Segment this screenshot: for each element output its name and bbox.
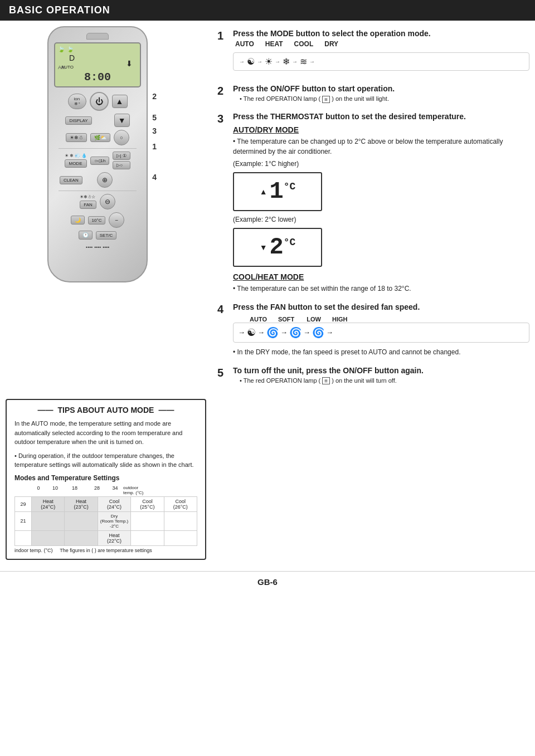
temp-val-1: 1 [270, 178, 284, 205]
temp-display-1-wrapper: ▲ 1°C [260, 178, 296, 205]
fan-arrow-start: → [238, 328, 245, 336]
fan-arrow-3: → [303, 328, 310, 336]
left-column: 🍃 🍃 AUTO D ⬇ AM 8:00 [6, 26, 206, 393]
speaker-dots: ●●●● ●●●● ●●●● [75, 245, 120, 248]
btn-fan[interactable]: FAN [80, 201, 96, 209]
deg-c-2: °C [284, 237, 296, 248]
display-d-label: D [69, 53, 75, 62]
mode-diagram: → ☯ → ☀ → ❄ → ≋ → [233, 52, 529, 71]
btn-sleep[interactable]: 🌙 [71, 216, 85, 225]
btn-timer-on[interactable]: ▷| ① [113, 152, 130, 160]
deg-c-1: °C [284, 181, 296, 192]
step-3: 3 Press the THERMOSTAT button to set the… [217, 112, 529, 294]
indoor-label: indoor temp. (°C) [14, 548, 53, 553]
page-num-text: GB-6 [257, 577, 278, 587]
x-label-28: 28 [86, 485, 108, 495]
btn-thermostat-up[interactable]: ▲ [112, 95, 128, 108]
step-5-content: To turn off the unit, press the ON/OFF b… [233, 366, 529, 385]
cell-heat-23: Heat(23°C) [65, 497, 98, 511]
cell-cool-24: Cool(24°C) [98, 497, 131, 511]
fan-icon-row: → ☯ → 🌀 → 🌀 → 🌀 → [233, 323, 529, 343]
btn-timer-off[interactable]: ▷○ [113, 161, 130, 169]
temp-val-2: 2 [270, 234, 284, 261]
fan-diagram: AUTO SOFT LOW HIGH → ☯ → 🌀 → 🌀 → 🌀 [233, 316, 529, 343]
step-5-note: • The red OPERATION lamp ( ≡ ) on the un… [240, 377, 529, 385]
btn-display[interactable]: DISPLAY [65, 116, 91, 125]
main-content: 🍃 🍃 AUTO D ⬇ AM 8:00 [0, 21, 535, 393]
btn-extra-icons[interactable]: 🌿⛅ [90, 133, 110, 142]
arrow-start: → [239, 58, 245, 65]
btn-timer[interactable]: ○◁1h [90, 157, 109, 165]
callout-3: 3 [152, 126, 157, 135]
step-4-content: Press the FAN button to set the desired … [233, 303, 529, 357]
btn-minus[interactable]: ⊖ [100, 194, 115, 209]
cell-dry: Dry(Room Temp.)-2°C [98, 512, 131, 530]
step-1-title: Press the MODE button to select the oper… [233, 29, 529, 38]
auto-dry-heading: AUTO/DRY MODE [233, 125, 529, 134]
right-bottom [217, 399, 529, 560]
step-3-number: 3 [217, 112, 233, 125]
fan-arrow-4: → [326, 328, 333, 336]
triangle-down: ▼ [260, 243, 268, 252]
btn-mode[interactable]: MODE [65, 159, 87, 168]
mode-icon-dry: ≋ [300, 56, 307, 67]
step-3-content: Press the THERMOSTAT button to set the d… [233, 112, 529, 294]
fan-label-low: LOW [307, 316, 321, 323]
display-top-icons: 🍃 🍃 [58, 46, 137, 52]
btn-modes-icons[interactable]: ☀❄☃ [66, 133, 87, 142]
arrow-3: → [292, 58, 298, 65]
tips-bullet: • During operation, if the outdoor tempe… [14, 451, 197, 470]
display-leaf-icon1: 🍃 [58, 46, 65, 52]
cell-empty-5 [32, 531, 65, 545]
mode-icons-top: ☀ ❄ 💨 💧 [65, 153, 87, 158]
tips-box: TIPS ABOUT AUTO MODE In the AUTO mode, t… [6, 399, 206, 560]
fan-icon-low: 🌀 [289, 326, 301, 339]
step-2: 2 Press the ON/OFF button to start opera… [217, 84, 529, 103]
btn-plus[interactable]: ⊕ [97, 172, 113, 188]
mode-label-row: AUTO HEAT COOL DRY [235, 40, 529, 48]
operation-lamp-icon-2: ≡ [322, 377, 330, 384]
fan-speed-icons: ☀❄☃☆ [80, 194, 96, 199]
tips-title: TIPS ABOUT AUTO MODE [14, 406, 197, 414]
btn-row-fan: ☀❄☃☆ FAN ⊖ [54, 194, 141, 209]
btn-extra-right[interactable]: ○ [114, 130, 129, 145]
btn-row-timer-temp: 🌙 10°C − [54, 212, 141, 228]
snowflake-icon: ❄ [70, 153, 74, 158]
fan-label-soft: SOFT [278, 316, 294, 323]
operation-lamp-icon: ≡ [322, 96, 330, 103]
btn-row-set: 🕐 SET/C [54, 231, 141, 240]
btn-clock[interactable]: 🕐 [79, 231, 93, 240]
temp-chart-wrapper: 0 10 18 28 34 outdoortemp. (°C) 29 Heat(… [14, 485, 197, 553]
btn-thermostat-down[interactable]: ▼ [114, 114, 130, 127]
btn-row-3: ☀❄☃ 🌿⛅ ○ [54, 130, 141, 145]
x-label-10: 10 [47, 485, 64, 495]
figures-note: The figures in ( ) are temperature setti… [60, 548, 152, 553]
step-4-number: 4 [217, 303, 233, 316]
btn-clean[interactable]: CLEAN [60, 176, 82, 184]
mode-diagram-wrapper: AUTO HEAT COOL DRY → ☯ → ☀ → ❄ → ≋ [233, 40, 529, 71]
btn-temp-down[interactable]: − [109, 212, 124, 228]
example1-label: (Example: 1°C higher) [233, 160, 529, 168]
row-21-label: 21 [15, 512, 32, 530]
btn-temp-display[interactable]: 10°C [88, 216, 106, 225]
step-5: 5 To turn off the unit, press the ON/OFF… [217, 366, 529, 385]
display-time: 8:00 [58, 71, 137, 84]
fan-arrow-2: → [280, 328, 288, 336]
button-area: 2 5 3 1 4 ion❄⁺ ⏻ ▲ [54, 92, 141, 240]
temp-box-2: ▼ 2°C [233, 228, 322, 267]
right-column: 1 Press the MODE button to select the op… [206, 26, 529, 393]
btn-ion[interactable]: ion❄⁺ [68, 94, 86, 109]
fan-col: ☀❄☃☆ FAN [80, 194, 96, 209]
btn-row-1: ion❄⁺ ⏻ ▲ [54, 92, 141, 111]
label-dry: DRY [324, 40, 338, 48]
step-4-title: Press the FAN button to set the desired … [233, 303, 529, 311]
mode-icon-auto: ☯ [247, 56, 255, 67]
tips-para1: In the AUTO mode, the temperature settin… [14, 419, 197, 447]
btn-set[interactable]: SET/C [96, 231, 117, 240]
bottom-section: TIPS ABOUT AUTO MODE In the AUTO mode, t… [0, 393, 535, 565]
chart-title: Modes and Temperature Settings [14, 474, 197, 482]
wind-icon: 💨 [75, 153, 80, 158]
chart-row-21: 21 Dry(Room Temp.)-2°C [15, 512, 197, 531]
cell-empty-4 [164, 512, 197, 530]
btn-power[interactable]: ⏻ [90, 92, 109, 111]
